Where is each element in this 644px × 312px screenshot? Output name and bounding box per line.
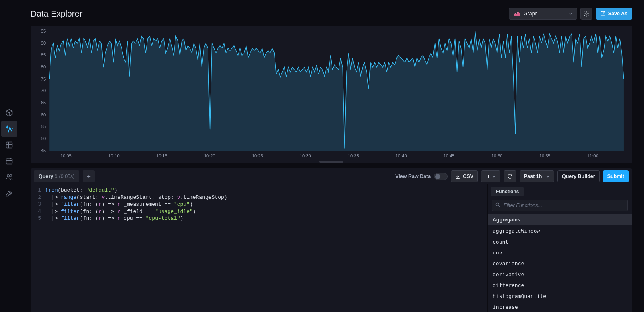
view-raw-label: View Raw Data: [395, 174, 431, 179]
calendar-icon: [5, 157, 13, 165]
chart-area-icon: [513, 10, 520, 17]
function-item[interactable]: difference: [488, 280, 632, 291]
wrench-icon: [5, 189, 13, 197]
svg-text:10:10: 10:10: [108, 153, 120, 158]
add-query-tab[interactable]: ＋: [83, 170, 95, 182]
svg-rect-28: [487, 175, 487, 178]
users-icon: [5, 173, 13, 181]
function-item[interactable]: count: [488, 236, 632, 247]
svg-text:70: 70: [41, 88, 46, 93]
svg-text:10:55: 10:55: [539, 153, 551, 158]
svg-text:80: 80: [41, 64, 46, 69]
export-icon: [600, 11, 606, 17]
function-item[interactable]: derivative: [488, 269, 632, 280]
function-item[interactable]: histogramQuantile: [488, 291, 632, 302]
query-builder-button[interactable]: Query Builder: [557, 170, 600, 182]
flux-editor[interactable]: 12345 from(bucket: "default") |> range(s…: [31, 184, 487, 312]
activity-icon: [5, 125, 13, 133]
refresh-icon: [507, 174, 513, 179]
nav-explorer[interactable]: [1, 121, 17, 137]
svg-text:10:30: 10:30: [300, 153, 311, 158]
svg-text:50: 50: [41, 136, 46, 141]
functions-category: Aggregates: [488, 214, 632, 225]
svg-point-30: [496, 203, 499, 206]
svg-text:45: 45: [41, 148, 46, 153]
query-panel: Query 1 (0.05s) ＋ View Raw Data CSV: [31, 168, 632, 312]
svg-point-2: [7, 175, 10, 177]
query-duration: (0.05s): [59, 174, 75, 179]
pause-icon: [485, 174, 490, 179]
nav-cube[interactable]: [1, 105, 17, 121]
csv-export-button[interactable]: CSV: [451, 170, 478, 182]
svg-text:75: 75: [41, 76, 46, 81]
svg-text:10:20: 10:20: [204, 153, 215, 158]
svg-text:60: 60: [41, 112, 46, 117]
svg-point-4: [586, 13, 587, 14]
cube-icon: [5, 109, 13, 117]
svg-text:10:45: 10:45: [444, 153, 455, 158]
svg-text:90: 90: [41, 41, 46, 45]
svg-text:10:05: 10:05: [60, 153, 72, 158]
svg-text:10:40: 10:40: [396, 153, 407, 158]
viz-type-label: Graph: [524, 11, 538, 17]
chevron-down-icon: [569, 12, 573, 16]
chart-panel: 455055606570758085909510:0510:1010:1510:…: [31, 26, 632, 163]
functions-tab[interactable]: Functions: [491, 187, 524, 196]
svg-rect-29: [488, 175, 489, 178]
submit-button[interactable]: Submit: [603, 170, 629, 182]
function-item[interactable]: aggregateWindow: [488, 225, 632, 236]
save-as-label: Save As: [608, 11, 627, 17]
query-tab-label: Query 1: [39, 174, 58, 179]
svg-rect-0: [6, 142, 12, 148]
svg-text:95: 95: [41, 29, 46, 33]
view-raw-toggle[interactable]: [434, 173, 448, 180]
nav-org[interactable]: [1, 169, 17, 185]
svg-point-3: [10, 175, 12, 176]
svg-text:85: 85: [41, 52, 46, 57]
svg-text:10:35: 10:35: [348, 153, 359, 158]
chevron-down-icon: [546, 174, 550, 178]
editor-gutter: 12345: [31, 187, 45, 310]
sidebar: [0, 0, 19, 312]
svg-text:10:15: 10:15: [156, 153, 167, 158]
query-tab-1[interactable]: Query 1 (0.05s): [34, 170, 79, 182]
chart[interactable]: 455055606570758085909510:0510:1010:1510:…: [35, 29, 627, 160]
function-item[interactable]: covariance: [488, 258, 632, 269]
functions-list: AggregatesaggregateWindowcountcovcovaria…: [488, 214, 632, 312]
functions-search-input[interactable]: [492, 200, 628, 211]
functions-search: [492, 200, 628, 211]
save-as-button[interactable]: Save As: [596, 8, 632, 20]
refresh-button[interactable]: [504, 170, 516, 182]
function-item[interactable]: cov: [488, 247, 632, 258]
nav-dashboards[interactable]: [1, 137, 17, 153]
svg-text:10:50: 10:50: [491, 153, 503, 158]
svg-text:55: 55: [41, 124, 46, 129]
function-item[interactable]: increase: [488, 302, 632, 312]
pause-dropdown[interactable]: [481, 170, 500, 182]
download-icon: [455, 174, 460, 179]
time-range-dropdown[interactable]: Past 1h: [520, 170, 554, 182]
viz-type-dropdown[interactable]: Graph: [509, 8, 577, 20]
viz-settings-button[interactable]: [580, 8, 592, 20]
grid-icon: [5, 141, 13, 149]
functions-panel: Functions AggregatesaggregateWindowcount…: [487, 184, 632, 312]
nav-tasks[interactable]: [1, 153, 17, 169]
page-title: Data Explorer: [31, 9, 509, 19]
query-tab-bar: Query 1 (0.05s) ＋ View Raw Data CSV: [31, 168, 632, 184]
panel-resize-handle[interactable]: [319, 161, 343, 163]
csv-label: CSV: [463, 174, 473, 179]
editor-code[interactable]: from(bucket: "default") |> range(start: …: [45, 187, 487, 310]
svg-text:65: 65: [41, 100, 46, 105]
svg-text:11:00: 11:00: [587, 153, 599, 158]
main-content: Data Explorer Graph Save As: [19, 0, 644, 312]
gear-icon: [583, 10, 590, 17]
page-header: Data Explorer Graph Save As: [31, 4, 632, 23]
chevron-down-icon: [492, 174, 496, 178]
time-range-label: Past 1h: [524, 174, 542, 179]
svg-rect-1: [6, 159, 12, 164]
svg-text:10:25: 10:25: [252, 153, 263, 158]
search-icon: [495, 202, 501, 209]
nav-settings[interactable]: [1, 185, 17, 201]
